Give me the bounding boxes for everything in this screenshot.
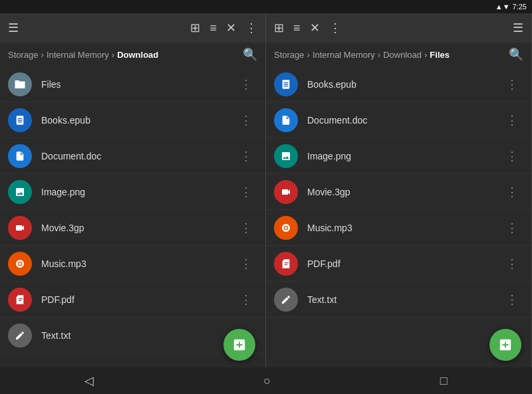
breadcrumb-sep2: › — [112, 50, 114, 60]
txt-icon — [8, 324, 32, 347]
more-icon[interactable]: ⋮ — [243, 18, 260, 38]
signal-icon: ▲▼ — [495, 3, 510, 11]
file-name: Image.png — [307, 151, 501, 161]
file-more-icon[interactable]: ⋮ — [235, 110, 257, 130]
sort-icon[interactable]: ≡ — [291, 19, 303, 38]
epub-icon — [8, 108, 32, 132]
right-panel-wrap: ⊞ ≡ ✕ ⋮ ☰ Storage › Internal Memory › Do… — [266, 13, 532, 367]
file-more-icon[interactable]: ⋮ — [501, 146, 523, 166]
file-more-icon[interactable]: ⋮ — [235, 254, 257, 274]
time: 7:25 — [513, 3, 527, 11]
pdf-icon — [8, 288, 32, 312]
list-item[interactable]: Books.epub ⋮ — [0, 102, 265, 138]
file-more-icon[interactable]: ⋮ — [501, 182, 523, 202]
list-item[interactable]: Document.doc ⋮ — [266, 102, 531, 138]
search-icon[interactable]: 🔍 — [243, 47, 257, 62]
file-more-icon[interactable]: ⋮ — [235, 146, 257, 166]
list-item[interactable]: Text.txt ⋮ — [266, 282, 531, 318]
hamburger-icon[interactable]: ☰ — [510, 18, 526, 38]
file-name: Books.epub — [41, 115, 235, 126]
grid-icon[interactable]: ⊞ — [188, 18, 203, 38]
file-more-icon[interactable]: ⋮ — [235, 74, 257, 94]
pdf-icon — [274, 252, 298, 276]
file-name: Movie.3gp — [41, 223, 235, 233]
epub-icon — [274, 72, 298, 96]
breadcrumb-internal-memory[interactable]: Internal Memory — [47, 50, 109, 60]
txt-icon — [274, 288, 298, 312]
right-file-list: Books.epub ⋮ Document.doc ⋮ Image.pn — [266, 66, 531, 367]
list-item[interactable]: Movie.3gp ⋮ — [266, 174, 531, 210]
list-item[interactable]: Music.mp3 ⋮ — [0, 246, 265, 282]
breadcrumb-files[interactable]: Files — [430, 50, 450, 60]
file-name: PDF.pdf — [41, 294, 235, 305]
list-item[interactable]: Books.epub ⋮ — [266, 66, 531, 102]
left-file-list: Files ⋮ Books.epub ⋮ Document.doc — [0, 66, 265, 367]
status-bar: ▲▼ 7:25 — [0, 0, 532, 13]
sort-icon[interactable]: ≡ — [207, 19, 219, 38]
home-icon[interactable]: ○ — [250, 369, 284, 393]
file-more-icon[interactable]: ⋮ — [235, 290, 257, 310]
file-more-icon[interactable]: ⋮ — [235, 182, 257, 202]
png-icon — [274, 144, 298, 168]
left-fab-button[interactable] — [223, 329, 255, 361]
more-icon[interactable]: ⋮ — [327, 18, 344, 38]
main-area: ☰ ⊞ ≡ ✕ ⋮ Storage › Internal Memory › Do… — [0, 13, 532, 367]
file-name: Image.png — [41, 187, 235, 197]
file-name: Books.epub — [307, 79, 501, 90]
file-name: PDF.pdf — [307, 258, 501, 269]
file-more-icon[interactable]: ⋮ — [501, 290, 523, 310]
file-name: Music.mp3 — [307, 223, 501, 233]
video-icon — [8, 216, 32, 240]
hamburger-icon[interactable]: ☰ — [5, 18, 21, 38]
file-name: Movie.3gp — [307, 187, 501, 197]
search-icon[interactable]: 🔍 — [509, 47, 523, 62]
left-breadcrumb: Storage › Internal Memory › Download 🔍 — [0, 43, 265, 66]
close-icon[interactable]: ✕ — [223, 18, 239, 38]
list-item[interactable]: Image.png ⋮ — [266, 138, 531, 174]
file-name: Music.mp3 — [41, 258, 235, 269]
right-breadcrumb: Storage › Internal Memory › Download › F… — [266, 43, 531, 66]
close-icon[interactable]: ✕ — [307, 18, 323, 38]
file-more-icon[interactable]: ⋮ — [501, 110, 523, 130]
png-icon — [8, 180, 32, 204]
nav-bar: ◁ ○ □ — [0, 367, 532, 394]
list-item[interactable]: PDF.pdf ⋮ — [266, 246, 531, 282]
breadcrumb-sep3: › — [424, 50, 427, 60]
right-panel: ⊞ ≡ ✕ ⋮ ☰ Storage › Internal Memory › Do… — [266, 13, 532, 367]
grid-icon[interactable]: ⊞ — [271, 18, 287, 38]
doc-icon — [274, 108, 298, 132]
file-more-icon[interactable]: ⋮ — [501, 74, 523, 94]
breadcrumb-storage[interactable]: Storage — [8, 50, 39, 60]
recents-icon[interactable]: □ — [427, 369, 461, 393]
left-panel-wrap: ☰ ⊞ ≡ ✕ ⋮ Storage › Internal Memory › Do… — [0, 13, 266, 367]
left-toolbar: ☰ ⊞ ≡ ✕ ⋮ — [0, 13, 265, 43]
list-item[interactable]: Music.mp3 ⋮ — [266, 210, 531, 246]
file-name: Document.doc — [41, 151, 235, 161]
back-icon[interactable]: ◁ — [71, 368, 107, 393]
list-item[interactable]: PDF.pdf ⋮ — [0, 282, 265, 318]
breadcrumb-internal-memory[interactable]: Internal Memory — [313, 50, 375, 60]
list-item[interactable]: Movie.3gp ⋮ — [0, 210, 265, 246]
right-fab-button[interactable] — [489, 329, 521, 361]
right-toolbar: ⊞ ≡ ✕ ⋮ ☰ — [266, 13, 531, 43]
video-icon — [274, 180, 298, 204]
list-item[interactable]: Files ⋮ — [0, 66, 265, 102]
file-more-icon[interactable]: ⋮ — [501, 218, 523, 238]
file-name: Text.txt — [307, 294, 501, 305]
left-panel: ☰ ⊞ ≡ ✕ ⋮ Storage › Internal Memory › Do… — [0, 13, 266, 367]
breadcrumb-download[interactable]: Download — [383, 50, 422, 60]
file-more-icon[interactable]: ⋮ — [235, 218, 257, 238]
audio-icon — [8, 252, 32, 276]
breadcrumb-sep2: › — [378, 50, 380, 60]
file-name: Document.doc — [307, 115, 501, 126]
breadcrumb-sep1: › — [41, 50, 44, 60]
list-item[interactable]: Document.doc ⋮ — [0, 138, 265, 174]
doc-icon — [8, 144, 32, 168]
file-name: Text.txt — [41, 330, 235, 341]
file-more-icon[interactable]: ⋮ — [501, 254, 523, 274]
audio-icon — [274, 216, 298, 240]
list-item[interactable]: Image.png ⋮ — [0, 174, 265, 210]
breadcrumb-storage[interactable]: Storage — [274, 50, 305, 60]
breadcrumb-download[interactable]: Download — [117, 50, 158, 60]
breadcrumb-sep1: › — [307, 50, 310, 60]
